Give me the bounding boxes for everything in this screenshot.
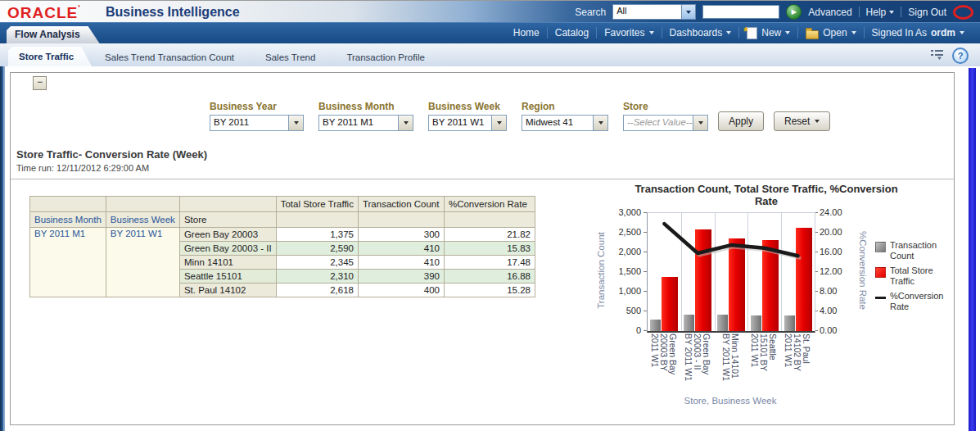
conversion-rate-line xyxy=(648,213,815,331)
nav-item-label: Dashboards xyxy=(670,27,723,39)
chevron-down-icon xyxy=(960,31,964,34)
search-input[interactable] xyxy=(702,5,779,19)
dashboard-content-panel: − Business YearBY 2011Business MonthBY 2… xyxy=(10,72,955,425)
signed-in-user: ordm xyxy=(931,27,955,39)
help-menu[interactable]: Help xyxy=(866,7,895,18)
rate-cell: 21.82 xyxy=(444,228,535,242)
filter-select-business-month[interactable]: BY 2011 M1 xyxy=(318,115,413,131)
column-header-total-store-traffic: Total Store Traffic xyxy=(276,197,358,212)
filter-value: BY 2011 W1 xyxy=(429,116,491,130)
store-cell: Minn 14101 xyxy=(179,256,276,270)
chevron-down-icon xyxy=(686,11,691,14)
search-scope-select[interactable]: All xyxy=(612,4,696,20)
page-options-icon[interactable] xyxy=(930,49,944,62)
global-header: ORACLE' Business Intelligence Search All… xyxy=(0,0,980,23)
chevron-down-icon[interactable] xyxy=(593,116,607,130)
right-axis-title: %Conversion Rate xyxy=(858,217,868,324)
filter-select-store[interactable]: --Select Value-- xyxy=(623,115,708,131)
filter-label: Business Year xyxy=(210,101,304,112)
divider xyxy=(11,179,954,179)
table-header-row: Business MonthBusiness WeekStore xyxy=(30,212,535,228)
table-header-row: Total Store TrafficTransaction Count%Con… xyxy=(30,197,535,212)
product-title: Business Intelligence xyxy=(106,5,240,20)
filter-label: Store xyxy=(623,101,708,112)
chart-legend: Transaction CountTotal Store Traffic%Con… xyxy=(875,240,949,316)
dimension-header-store: Store xyxy=(179,212,276,228)
filter-select-business-year[interactable]: BY 2011 xyxy=(210,115,304,131)
rate-cell: 15.28 xyxy=(444,284,535,297)
nav-item-new[interactable]: New xyxy=(739,27,797,39)
divider xyxy=(859,7,860,17)
scrollbar-right[interactable] xyxy=(969,68,976,431)
count-cell: 410 xyxy=(358,242,444,256)
table-row: BY 2011 M1BY 2011 W1Green Bay 200031,375… xyxy=(30,228,535,242)
nav-item-home[interactable]: Home xyxy=(506,27,547,39)
chevron-down-icon[interactable] xyxy=(398,116,413,130)
search-go-button[interactable]: ▶ xyxy=(786,4,802,20)
prompt-filter-row: Business YearBY 2011Business MonthBY 201… xyxy=(210,101,830,131)
subtab-store-traffic[interactable]: Store Traffic xyxy=(8,47,92,66)
nav-item-open[interactable]: Open xyxy=(798,27,863,39)
y-tick-l: 2,000 xyxy=(605,247,641,256)
blank-header-cell xyxy=(30,197,106,212)
chevron-down-icon xyxy=(815,120,820,123)
y-tick-r: 16.00 xyxy=(820,247,856,256)
nav-item-label: New xyxy=(761,27,781,39)
nav-item-catalog[interactable]: Catalog xyxy=(548,27,596,39)
new-document-icon xyxy=(747,27,757,39)
business-month-cell[interactable]: BY 2011 M1 xyxy=(30,228,106,297)
nav-item-label: Open xyxy=(823,27,847,39)
subtab-sales-trend[interactable]: Sales Trend xyxy=(255,48,333,66)
subtab-transaction-profile[interactable]: Transaction Profile xyxy=(336,48,442,66)
reset-button[interactable]: Reset xyxy=(774,111,830,131)
legend-swatch xyxy=(875,267,886,278)
chevron-down-icon[interactable] xyxy=(491,116,506,130)
y-tick-l: 3,000 xyxy=(605,207,641,217)
filter-select-region[interactable]: Midwest 41 xyxy=(522,115,608,131)
dashboard-nav-band: Flow Analysis HomeCatalogFavoritesDashbo… xyxy=(0,22,980,44)
advanced-link[interactable]: Advanced xyxy=(808,7,851,18)
blank-header-cell xyxy=(276,212,358,228)
filter-store: Store--Select Value-- xyxy=(623,101,708,131)
subtab-sales-trend-transaction-count[interactable]: Sales Trend Transaction Count xyxy=(94,48,252,66)
nav-item-dashboards[interactable]: Dashboards xyxy=(662,27,739,39)
open-folder-icon xyxy=(806,30,819,39)
legend-label: %Conversion Rate xyxy=(890,291,949,312)
x-category-label: Minn 14101 BY 2011 W1 xyxy=(721,333,739,381)
nav-item-label: Favorites xyxy=(604,27,644,39)
apply-button[interactable]: Apply xyxy=(718,111,764,131)
filter-select-business-week[interactable]: BY 2011 W1 xyxy=(428,115,507,131)
chevron-down-icon xyxy=(404,121,409,125)
search-label: Search xyxy=(575,7,606,18)
dashboard-tab-flow-analysis[interactable]: Flow Analysis xyxy=(7,26,100,43)
collapse-section-button[interactable]: − xyxy=(33,76,47,90)
traffic-cell: 2,590 xyxy=(276,242,358,256)
chevron-down-icon[interactable] xyxy=(288,116,303,130)
business-week-cell[interactable]: BY 2011 W1 xyxy=(106,228,179,297)
report-title: Store Traffic- Conversion Rate (Week) xyxy=(16,148,207,161)
nav-item-label: Home xyxy=(513,27,540,39)
y-tick-r: 24.00 xyxy=(820,207,856,217)
table-body: BY 2011 M1BY 2011 W1Green Bay 200031,375… xyxy=(30,228,535,297)
nav-item-favorites[interactable]: Favorites xyxy=(597,27,661,39)
filter-value: BY 2011 xyxy=(210,116,288,130)
store-cell: Seattle 15101 xyxy=(179,270,276,284)
chevron-down-icon xyxy=(649,31,654,34)
help-label: Help xyxy=(866,7,887,18)
oracle-o-icon xyxy=(953,5,973,20)
y-tick-l: 500 xyxy=(605,306,641,315)
conversion-rate-table: Total Store TrafficTransaction Count%Con… xyxy=(29,196,535,297)
help-icon[interactable]: ? xyxy=(952,48,969,64)
rate-cell: 16.88 xyxy=(444,270,535,284)
rate-cell: 15.83 xyxy=(444,242,535,256)
nav-item-signed-in-as[interactable]: Signed In Asordm xyxy=(865,27,972,39)
chevron-down-icon[interactable] xyxy=(681,5,695,19)
page-tab-band: Store TrafficSales Trend Transaction Cou… xyxy=(0,43,980,67)
sign-out-link[interactable]: Sign Out xyxy=(908,7,946,18)
oracle-bi-application-window: ORACLE' Business Intelligence Search All… xyxy=(0,0,980,431)
blank-header-cell xyxy=(106,197,179,212)
conversion-chart: Transaction Count, Total Store Traffic, … xyxy=(594,181,952,424)
chevron-down-icon[interactable] xyxy=(693,116,707,130)
x-category-label: Green Bay 20003 - II BY 2011 W1 xyxy=(684,333,711,381)
chevron-down-icon xyxy=(851,31,856,34)
